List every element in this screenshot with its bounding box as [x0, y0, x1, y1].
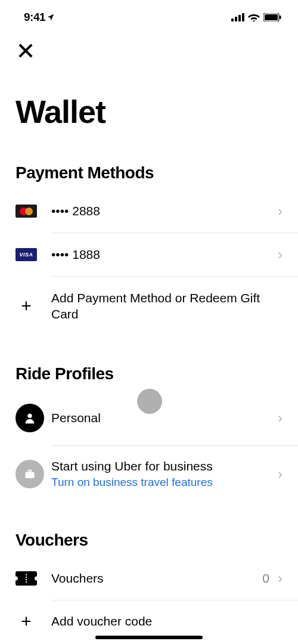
svg-rect-6: [280, 16, 281, 19]
svg-rect-0: [231, 18, 234, 21]
chevron-right-icon: ›: [278, 410, 286, 426]
plus-icon: +: [15, 296, 44, 316]
business-text: Start using Uber for business Turn on bu…: [44, 459, 278, 489]
status-icons: [231, 13, 281, 21]
vouchers-label: Vouchers: [44, 571, 262, 586]
business-label: Start using Uber for business: [51, 459, 278, 473]
vouchers-section: Vouchers Vouchers 0 › + Add voucher code: [0, 531, 298, 631]
vouchers-title: Vouchers: [0, 531, 298, 557]
add-voucher-label: Add voucher code: [44, 614, 286, 628]
person-avatar-icon: [15, 404, 44, 432]
briefcase-avatar-icon: [15, 460, 44, 488]
personal-label: Personal: [44, 411, 278, 425]
svg-rect-1: [235, 17, 237, 21]
close-icon: [17, 42, 35, 60]
svg-rect-9: [29, 470, 32, 472]
time-text: 9:41: [24, 11, 45, 24]
add-voucher-code[interactable]: + Add voucher code: [0, 600, 298, 631]
chevron-right-icon: ›: [278, 246, 286, 263]
chevron-right-icon: ›: [278, 203, 286, 219]
status-bar: 9:41: [0, 0, 298, 29]
vouchers-item[interactable]: Vouchers 0 ›: [0, 557, 298, 600]
card-label: •••• 2888: [44, 204, 278, 218]
plus-icon: +: [15, 611, 44, 631]
business-sublabel: Turn on business travel features: [51, 476, 278, 489]
svg-rect-5: [265, 14, 278, 20]
card-label: •••• 1888: [44, 247, 278, 262]
svg-rect-8: [26, 472, 35, 478]
payment-card-mastercard[interactable]: •••• 2888 ›: [0, 190, 298, 233]
visa-icon: VISA: [15, 248, 44, 261]
voucher-icon: [15, 571, 44, 586]
cellular-icon: [231, 13, 244, 21]
payment-methods-title: Payment Methods: [0, 163, 298, 190]
payment-card-visa[interactable]: VISA •••• 1888 ›: [0, 233, 298, 276]
add-payment-label: Add Payment Method or Redeem Gift Card: [44, 290, 286, 323]
location-arrow-icon: [46, 13, 55, 21]
svg-rect-2: [238, 15, 241, 21]
ride-profiles-section: Ride Profiles Personal › Start using Ube…: [0, 364, 298, 502]
wifi-icon: [248, 13, 260, 21]
status-time: 9:41: [24, 11, 55, 24]
vouchers-count: 0: [262, 571, 278, 586]
chevron-right-icon: ›: [278, 570, 286, 587]
close-button[interactable]: [17, 42, 38, 63]
ride-profile-business[interactable]: Start using Uber for business Turn on bu…: [0, 446, 298, 502]
home-indicator: [95, 636, 203, 639]
mastercard-icon: [15, 205, 44, 218]
payment-methods-section: Payment Methods •••• 2888 › VISA •••• 18…: [0, 163, 298, 336]
svg-point-7: [27, 413, 32, 417]
add-payment-method[interactable]: + Add Payment Method or Redeem Gift Card: [0, 277, 298, 336]
chevron-right-icon: ›: [278, 466, 286, 482]
battery-icon: [263, 13, 281, 21]
touch-indicator: [137, 389, 162, 414]
ride-profiles-title: Ride Profiles: [0, 364, 298, 391]
svg-rect-3: [242, 13, 244, 21]
page-title: Wallet: [0, 29, 298, 130]
